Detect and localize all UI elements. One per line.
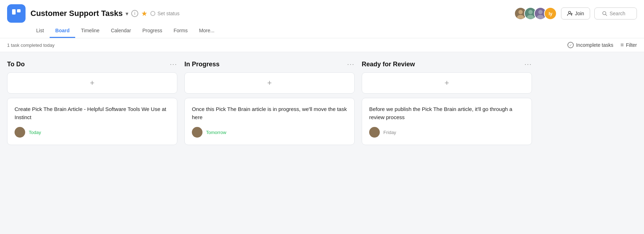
avatar (15, 127, 25, 138)
svg-point-3 (517, 15, 524, 19)
svg-rect-1 (17, 9, 21, 12)
column-inprogress-title: In Progress (184, 61, 220, 68)
svg-point-8 (568, 11, 571, 13)
star-icon[interactable]: ★ (141, 9, 148, 18)
incomplete-tasks-button[interactable]: Incomplete tasks (567, 42, 613, 48)
join-button[interactable]: Join (561, 7, 590, 20)
chevron-down-icon[interactable]: ▾ (126, 10, 128, 17)
tab-list[interactable]: List (30, 24, 50, 38)
column-todo: To Do ··· + Create Pick The Brain Articl… (7, 61, 177, 149)
add-task-inprogress-button[interactable]: + (184, 72, 355, 94)
avatar (369, 127, 380, 138)
header: Customer Support Tasks ▾ i ★ Set status (0, 0, 644, 38)
filter-label: Filter (626, 42, 637, 48)
search-button[interactable]: Search (594, 7, 637, 20)
check-circle-icon (567, 42, 574, 48)
filter-button[interactable]: ≡ Filter (621, 42, 637, 48)
task-footer: Today (15, 127, 170, 138)
avatar[interactable]: ly (544, 7, 557, 20)
plus-icon: + (90, 78, 95, 88)
avatar (192, 127, 202, 138)
task-date: Today (29, 130, 41, 135)
header-top: Customer Support Tasks ▾ i ★ Set status (7, 0, 637, 23)
incomplete-tasks-label: Incomplete tasks (576, 42, 613, 48)
person-icon (567, 11, 573, 16)
project-title-area: Customer Support Tasks ▾ i ★ Set status (30, 9, 509, 18)
project-title: Customer Support Tasks (30, 9, 123, 18)
column-inprogress-menu-icon[interactable]: ··· (347, 61, 355, 68)
svg-point-12 (195, 128, 200, 133)
info-icon[interactable]: i (131, 10, 138, 17)
nav-tabs: List Board Timeline Calendar Progress Fo… (30, 23, 637, 38)
plus-icon: + (267, 78, 272, 88)
task-text: Create Pick The Brain Article - Helpful … (15, 105, 170, 121)
tab-forms[interactable]: Forms (168, 24, 194, 38)
toolbar: 1 task completed today Incomplete tasks … (0, 38, 644, 52)
tab-board[interactable]: Board (50, 24, 75, 38)
column-inprogress-header: In Progress ··· (184, 61, 355, 68)
svg-point-15 (370, 134, 379, 138)
svg-point-13 (193, 134, 201, 138)
tab-progress[interactable]: Progress (137, 24, 168, 38)
column-review-menu-icon[interactable]: ··· (524, 61, 532, 68)
join-label: Join (575, 11, 584, 16)
search-label: Search (610, 11, 625, 16)
task-text: Once this Pick The Brain article is in p… (192, 105, 347, 121)
tab-timeline[interactable]: Timeline (75, 24, 105, 38)
completed-today-text: 1 task completed today (7, 43, 55, 48)
svg-point-4 (528, 10, 533, 14)
task-card: Before we publish the Pick The Brain art… (362, 98, 532, 145)
status-circle-icon (150, 11, 155, 16)
task-footer: Friday (369, 127, 524, 138)
column-ready-review: Ready for Review ··· + Before we publish… (362, 61, 532, 149)
task-text: Before we publish the Pick The Brain art… (369, 105, 524, 121)
column-review-header: Ready for Review ··· (362, 61, 532, 68)
task-card: Create Pick The Brain Article - Helpful … (7, 98, 177, 145)
add-task-todo-button[interactable]: + (7, 72, 177, 94)
task-footer: Tomorrow (192, 127, 347, 138)
filter-icon: ≡ (621, 42, 624, 48)
column-todo-title: To Do (7, 61, 25, 68)
task-card: Once this Pick The Brain article is in p… (184, 98, 355, 145)
column-todo-header: To Do ··· (7, 61, 177, 68)
set-status-button[interactable]: Set status (150, 11, 179, 16)
header-right: ly Join Search (514, 7, 637, 20)
task-date: Tomorrow (206, 130, 226, 135)
svg-rect-0 (12, 9, 16, 15)
tab-more[interactable]: More... (193, 24, 220, 38)
svg-point-6 (538, 10, 543, 14)
svg-point-7 (537, 15, 544, 19)
column-review-title: Ready for Review (362, 61, 415, 68)
column-todo-menu-icon[interactable]: ··· (170, 61, 177, 68)
task-date: Friday (383, 130, 396, 135)
column-in-progress: In Progress ··· + Once this Pick The Bra… (184, 61, 355, 149)
add-task-review-button[interactable]: + (362, 72, 532, 94)
search-icon (602, 11, 607, 16)
svg-point-5 (527, 15, 534, 19)
board-container: To Do ··· + Create Pick The Brain Articl… (0, 52, 644, 157)
plus-icon: + (445, 78, 449, 88)
svg-point-2 (518, 10, 523, 14)
avatar-group: ly (514, 7, 557, 20)
toolbar-right: Incomplete tasks ≡ Filter (567, 42, 637, 48)
svg-point-14 (372, 128, 377, 133)
svg-point-11 (16, 134, 24, 138)
svg-point-10 (17, 128, 22, 133)
app-logo (7, 4, 26, 23)
set-status-label: Set status (157, 11, 179, 16)
tab-calendar[interactable]: Calendar (105, 24, 137, 38)
